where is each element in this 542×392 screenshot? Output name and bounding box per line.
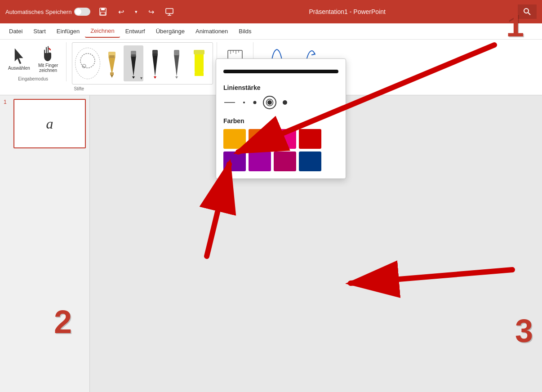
eingabemodus-label: Eingabemodus xyxy=(18,76,48,81)
thickness-small[interactable] xyxy=(241,100,247,105)
auswaehlen-label: Auswählen xyxy=(8,66,30,71)
mit-finger-label: Mit Finger zeichnen xyxy=(38,63,58,73)
svg-point-40 xyxy=(243,102,245,103)
pen-tool-3[interactable] xyxy=(145,45,165,81)
eingabemodus-group: Auswählen Mit Finger zeichnen Eingabemod… xyxy=(4,42,67,81)
autosave-toggle[interactable] xyxy=(74,8,90,16)
pen-tool-2-selected[interactable]: ▾ xyxy=(124,45,143,81)
svg-line-7 xyxy=(528,13,530,15)
svg-rect-16 xyxy=(110,72,114,75)
undo-button[interactable]: ↩ xyxy=(116,6,127,18)
svg-rect-20 xyxy=(131,54,136,57)
thickness-large[interactable] xyxy=(263,96,276,109)
svg-marker-27 xyxy=(175,76,178,79)
color-purple[interactable] xyxy=(223,151,246,171)
pen-tool-1[interactable] xyxy=(102,45,122,81)
svg-rect-31 xyxy=(195,72,204,76)
auswaehlen-button[interactable]: Auswählen xyxy=(5,42,33,75)
save-button[interactable] xyxy=(96,5,110,18)
title-bar: Automatisches Speichern ↩ ▾ ↪ Präsentati… xyxy=(0,0,542,23)
toggle-knob xyxy=(75,9,81,15)
thick-line xyxy=(223,70,338,73)
line-preview xyxy=(223,66,338,77)
svg-marker-19 xyxy=(132,76,135,79)
svg-rect-30 xyxy=(194,50,204,54)
menu-animationen[interactable]: Animationen xyxy=(190,25,233,37)
thickness-xlarge[interactable] xyxy=(282,99,288,106)
mit-finger-button[interactable]: Mit Finger zeichnen xyxy=(36,42,61,75)
svg-rect-26 xyxy=(174,50,179,55)
search-button[interactable] xyxy=(518,4,537,19)
svg-point-41 xyxy=(253,101,257,104)
menu-bar: Datei Start Einfügen Zeichnen Entwurf Üb… xyxy=(0,23,542,40)
svg-marker-8 xyxy=(15,49,23,64)
linienstarke-title: Linienstärke xyxy=(223,84,338,91)
pen-group-label: Stifte xyxy=(72,86,84,91)
undo-dropdown[interactable]: ▾ xyxy=(132,7,140,17)
color-navy[interactable] xyxy=(299,151,321,171)
thickness-thin[interactable] xyxy=(223,100,236,105)
menu-start[interactable]: Start xyxy=(28,25,51,37)
svg-rect-15 xyxy=(109,55,115,58)
svg-marker-14 xyxy=(111,75,113,78)
slide-number: 1 xyxy=(4,99,11,148)
eingabemodus-tools: Auswählen Mit Finger zeichnen xyxy=(5,42,61,75)
thickness-medium[interactable] xyxy=(252,100,258,105)
color-magenta[interactable] xyxy=(249,151,271,171)
redo-button[interactable]: ↪ xyxy=(146,6,157,18)
menu-entwurf[interactable]: Entwurf xyxy=(120,25,151,37)
present-button[interactable] xyxy=(162,5,177,18)
svg-rect-1 xyxy=(101,8,105,10)
slide-thumb-container: 1 a xyxy=(4,99,86,148)
pen-tool-4[interactable] xyxy=(167,45,187,81)
menu-datei[interactable]: Datei xyxy=(4,25,28,37)
color-orange[interactable] xyxy=(249,129,271,149)
presentation-title: Präsentation1 - PowerPoint xyxy=(182,8,512,15)
svg-marker-23 xyxy=(154,76,156,79)
svg-rect-3 xyxy=(166,9,173,13)
menu-bilds[interactable]: Bilds xyxy=(233,25,257,37)
pen-tools-box: + ▾ xyxy=(72,42,213,85)
menu-zeichnen[interactable]: Zeichnen xyxy=(85,25,120,38)
svg-text:+: + xyxy=(83,65,85,69)
svg-point-44 xyxy=(283,100,287,105)
popup-panel: Linienstärke Farben xyxy=(216,58,346,179)
slide-thumbnail[interactable]: a xyxy=(13,99,86,148)
svg-marker-21 xyxy=(152,54,158,76)
lasso-tool[interactable]: + xyxy=(75,48,100,79)
pen-tools-group: + ▾ xyxy=(70,42,217,91)
svg-point-42 xyxy=(267,100,272,105)
color-yellow[interactable] xyxy=(223,129,246,149)
svg-marker-25 xyxy=(174,54,179,76)
color-pink[interactable] xyxy=(274,129,296,149)
color-rose[interactable] xyxy=(274,151,296,171)
svg-marker-17 xyxy=(131,55,136,76)
farben-title: Farben xyxy=(223,117,338,125)
svg-rect-2 xyxy=(101,12,105,15)
colors-grid xyxy=(223,129,338,171)
pen-dropdown-btn[interactable]: ▾ xyxy=(140,76,142,80)
autosave-group: Automatisches Speichern xyxy=(5,8,90,16)
menu-uebergaenge[interactable]: Übergänge xyxy=(151,25,190,37)
svg-point-6 xyxy=(524,9,529,13)
color-red[interactable] xyxy=(299,129,321,149)
slide-content: a xyxy=(46,116,53,132)
autosave-label: Automatisches Speichern xyxy=(5,9,71,15)
slide-panel: 1 a xyxy=(0,95,90,392)
menu-einfuegen[interactable]: Einfügen xyxy=(51,25,85,37)
thickness-row xyxy=(223,96,338,109)
highlighter-tool[interactable] xyxy=(188,45,210,81)
svg-marker-12 xyxy=(108,56,116,75)
svg-rect-24 xyxy=(153,53,157,56)
